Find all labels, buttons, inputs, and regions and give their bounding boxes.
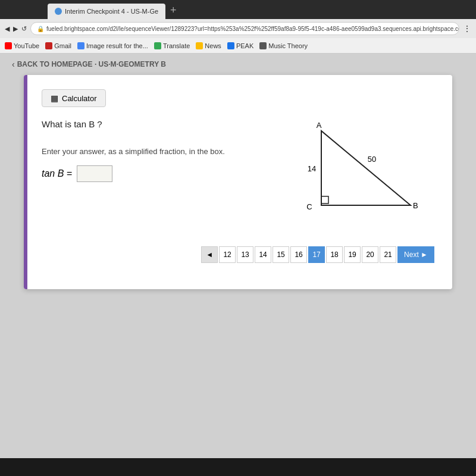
svg-rect-1: [321, 196, 328, 203]
back-btn[interactable]: ◀: [5, 25, 10, 33]
page-20-button[interactable]: 20: [362, 246, 378, 263]
bookmark-music-label: Music Theory: [268, 42, 308, 49]
page-16-button[interactable]: 16: [290, 246, 307, 263]
tab-bar: Interim Checkpoint 4 - US-M-Ge +: [0, 0, 476, 19]
side-ab-label: 50: [368, 155, 376, 164]
bookmark-peak[interactable]: PEAK: [227, 42, 253, 49]
page-17-button[interactable]: 17: [308, 246, 325, 263]
youtube-icon: [5, 42, 12, 49]
page-content: ‹ BACK TO HOMEPAGE · US·M·GEOMETRY B ▦ C…: [0, 54, 476, 458]
svg-marker-0: [321, 131, 411, 205]
bookmark-translate[interactable]: Translate: [154, 42, 190, 49]
tab-favicon: [55, 8, 62, 15]
page-21-button[interactable]: 21: [380, 246, 396, 263]
question-card: ▦ Calculator What is tan B ? Enter your …: [24, 75, 452, 289]
back-nav-label[interactable]: BACK TO HOMEPAGE · US·M·GEOMETRY B: [17, 60, 166, 68]
page-19-button[interactable]: 19: [344, 246, 361, 263]
triangle-svg: A B C 14 50: [268, 119, 422, 226]
active-tab[interactable]: Interim Checkpoint 4 - US-M-Ge: [48, 4, 165, 19]
bookmark-gmail[interactable]: Gmail: [45, 42, 71, 49]
question-text: What is tan B ?: [42, 119, 256, 129]
calculator-icon: ▦: [51, 93, 58, 103]
back-navigation: ‹ BACK TO HOMEPAGE · US·M·GEOMETRY B: [0, 54, 476, 75]
menu-btn[interactable]: ⋮: [463, 24, 471, 33]
vertex-c-label: C: [306, 202, 312, 211]
forward-btn[interactable]: ▶: [13, 25, 18, 33]
address-bar-row: ◀ ▶ ↺ 🔒 fueled.brightspace.com/d2l/le/se…: [0, 19, 476, 38]
image-icon: [77, 42, 84, 49]
calculator-label: Calculator: [62, 94, 97, 103]
vertex-b-label: B: [413, 201, 418, 210]
page-15-button[interactable]: 15: [273, 246, 289, 263]
bookmark-translate-label: Translate: [163, 42, 190, 49]
new-tab-btn[interactable]: +: [165, 4, 177, 19]
bookmark-youtube[interactable]: YouTube: [5, 42, 39, 49]
answer-row: tan B =: [42, 165, 256, 182]
answer-input[interactable]: [77, 165, 112, 182]
page-12-button[interactable]: 12: [219, 246, 236, 263]
next-page-button[interactable]: Next ►: [397, 246, 434, 263]
tab-title: Interim Checkpoint 4 - US-M-Ge: [65, 8, 158, 15]
pagination: ◄ 12 13 14 15 16 17 18 19 20 21 Next ►: [42, 246, 434, 263]
page-13-button[interactable]: 13: [237, 246, 253, 263]
vertex-a-label: A: [317, 121, 322, 130]
tan-label: tan B =: [42, 168, 72, 179]
prev-page-button[interactable]: ◄: [201, 246, 218, 263]
question-left: What is tan B ? Enter your answer, as a …: [42, 119, 256, 182]
bookmark-news[interactable]: News: [196, 42, 221, 49]
answer-instruction: Enter your answer, as a simplified fract…: [42, 147, 256, 156]
reload-btn[interactable]: ↺: [21, 25, 27, 33]
gmail-icon: [45, 42, 52, 49]
news-icon: [196, 42, 203, 49]
peak-icon: [227, 42, 234, 49]
calculator-button[interactable]: ▦ Calculator: [42, 89, 106, 107]
bookmark-peak-label: PEAK: [236, 42, 253, 49]
side-ac-label: 14: [308, 164, 316, 173]
page-14-button[interactable]: 14: [255, 246, 271, 263]
bookmark-youtube-label: YouTube: [14, 42, 39, 49]
bookmarks-bar: YouTube Gmail Image result for the... Tr…: [0, 38, 476, 54]
browser-chrome: Interim Checkpoint 4 - US-M-Ge + ◀ ▶ ↺ 🔒…: [0, 0, 476, 54]
bookmark-music[interactable]: Music Theory: [259, 42, 308, 49]
url-text: fueled.brightspace.com/d2l/le/sequenceVi…: [46, 26, 459, 32]
lock-icon: 🔒: [37, 26, 44, 32]
translate-icon: [154, 42, 161, 49]
page-18-button[interactable]: 18: [326, 246, 343, 263]
bookmark-image-label: Image result for the...: [86, 42, 148, 49]
bookmark-image[interactable]: Image result for the...: [77, 42, 148, 49]
question-area: What is tan B ? Enter your answer, as a …: [42, 119, 434, 228]
address-bar[interactable]: 🔒 fueled.brightspace.com/d2l/le/sequence…: [30, 22, 459, 35]
music-icon: [259, 42, 267, 49]
bookmark-gmail-label: Gmail: [54, 42, 71, 49]
bookmark-news-label: News: [205, 42, 221, 49]
triangle-diagram: A B C 14 50: [268, 119, 434, 228]
back-arrow-icon: ‹: [12, 60, 15, 69]
